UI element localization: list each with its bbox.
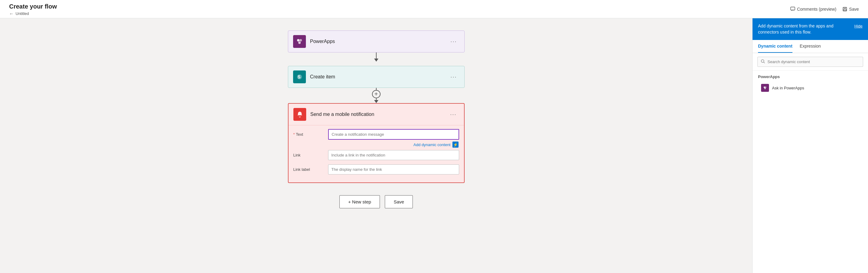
save-bottom-button[interactable]: Save [385, 195, 413, 208]
link-field-row: Link [293, 150, 459, 160]
comments-button[interactable]: Comments (preview) [790, 7, 836, 11]
flow-canvas: PowerApps ··· S Create item ··· + [0, 18, 752, 273]
top-bar-actions: Comments (preview) Save [790, 0, 859, 18]
bottom-actions: + New step Save [339, 195, 413, 208]
link-label-label: Link label [293, 167, 324, 172]
dynamic-item-powerapps-icon [761, 84, 769, 92]
sharepoint-icon: S [293, 71, 306, 83]
svg-rect-3 [843, 9, 846, 11]
v-line-1 [376, 52, 377, 59]
side-panel-header: Add dynamic content from the apps and co… [752, 18, 868, 40]
svg-point-4 [297, 39, 300, 42]
comment-icon [790, 7, 795, 11]
down-arrow-1 [374, 59, 378, 62]
search-box [757, 57, 863, 67]
v-line-top [376, 88, 377, 90]
powerapps-icon [293, 35, 306, 48]
add-dynamic-row: Add dynamic content ⚡ [293, 141, 459, 147]
save-icon [842, 7, 847, 11]
link-field-label: Link [293, 153, 324, 157]
notification-body: Text Add dynamic content ⚡ Link Link lab… [288, 126, 464, 183]
arrow-1 [374, 52, 378, 66]
side-panel-tabs: Dynamic content Expression [752, 40, 868, 53]
svg-point-13 [765, 88, 766, 89]
sharepoint-card-title: Create item [310, 74, 448, 80]
save-top-label: Save [849, 7, 859, 11]
page-title: Create your flow [9, 3, 57, 10]
breadcrumb[interactable]: ← Untitled [9, 11, 29, 16]
svg-line-10 [764, 62, 765, 63]
text-field-label: Text [293, 132, 324, 137]
search-icon [761, 59, 765, 64]
add-step-button[interactable]: + [372, 90, 380, 98]
notification-card-more[interactable]: ··· [447, 110, 459, 119]
notification-card[interactable]: Send me a mobile notification ··· Text A… [288, 103, 465, 183]
top-bar: Create your flow ← Untitled Comments (pr… [0, 0, 868, 18]
side-panel-header-text: Add dynamic content from the apps and co… [758, 23, 851, 35]
side-search-area [752, 53, 868, 71]
save-top-button[interactable]: Save [842, 7, 859, 11]
svg-point-6 [298, 42, 301, 44]
text-input[interactable] [328, 129, 459, 140]
notification-card-title: Send me a mobile notification [310, 112, 448, 117]
svg-point-9 [762, 60, 764, 62]
add-dynamic-icon[interactable]: ⚡ [453, 141, 459, 147]
link-label-field-row: Link label [293, 164, 459, 174]
notification-header: Send me a mobile notification ··· [288, 104, 464, 126]
svg-point-5 [300, 39, 302, 42]
add-dynamic-link[interactable]: Add dynamic content [413, 142, 450, 147]
powerapps-card-title: PowerApps [310, 39, 448, 44]
down-arrow-2 [374, 100, 378, 103]
powerapps-card-more[interactable]: ··· [448, 37, 459, 46]
dynamic-item-ask-powerapps[interactable]: Ask in PowerApps [758, 81, 863, 94]
new-step-button[interactable]: + New step [339, 195, 380, 208]
notification-icon [293, 108, 306, 121]
side-section-powerapps: PowerApps Ask in PowerApps [752, 71, 868, 95]
svg-rect-0 [790, 7, 795, 10]
link-input[interactable] [328, 150, 459, 160]
hide-panel-button[interactable]: Hide [854, 24, 863, 28]
tab-expression[interactable]: Expression [800, 40, 821, 53]
search-dynamic-input[interactable] [768, 59, 860, 64]
sharepoint-card-more[interactable]: ··· [448, 73, 459, 81]
powerapps-card[interactable]: PowerApps ··· [288, 30, 465, 52]
svg-rect-2 [844, 7, 846, 8]
svg-text:S: S [298, 75, 301, 79]
comments-label: Comments (preview) [797, 7, 836, 11]
breadcrumb-label: Untitled [16, 11, 29, 16]
side-panel: Add dynamic content from the apps and co… [752, 18, 868, 273]
flow-column: PowerApps ··· S Create item ··· + [285, 30, 468, 208]
back-arrow-icon[interactable]: ← [9, 11, 14, 16]
tab-dynamic-content[interactable]: Dynamic content [758, 40, 793, 53]
plus-connector: + [372, 88, 380, 103]
text-field-row: Text [293, 129, 459, 140]
dynamic-item-label: Ask in PowerApps [772, 86, 804, 90]
sharepoint-card[interactable]: S Create item ··· [288, 66, 465, 88]
link-label-input[interactable] [328, 164, 459, 174]
side-section-label: PowerApps [758, 75, 863, 79]
